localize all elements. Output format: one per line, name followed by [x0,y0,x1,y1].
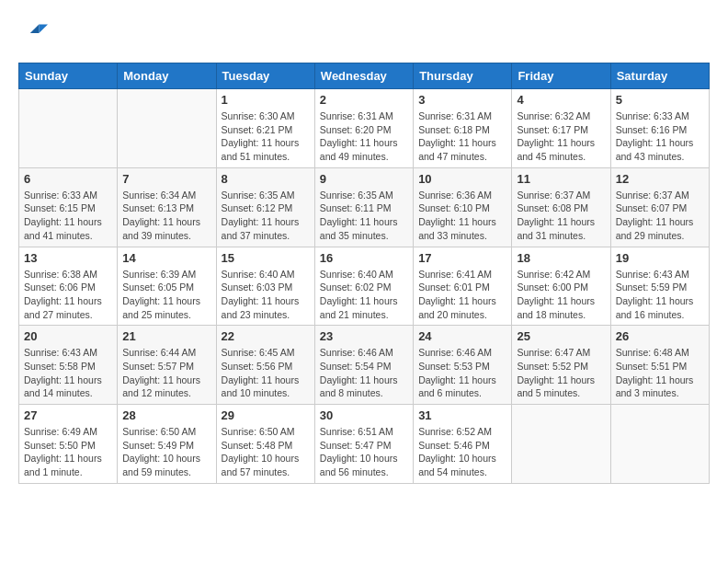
day-number: 27 [24,408,112,422]
day-info: Sunrise: 6:49 AM Sunset: 5:50 PM Dayligh… [24,425,112,479]
calendar-cell: 5Sunrise: 6:33 AM Sunset: 6:16 PM Daylig… [610,89,709,168]
day-number: 15 [222,251,310,265]
day-number: 31 [418,408,506,422]
calendar-cell: 30Sunrise: 6:51 AM Sunset: 5:47 PM Dayli… [314,405,413,484]
calendar-header-wednesday: Wednesday [314,63,413,89]
calendar-week-row: 27Sunrise: 6:49 AM Sunset: 5:50 PM Dayli… [19,405,710,484]
calendar-cell: 7Sunrise: 6:34 AM Sunset: 6:13 PM Daylig… [118,167,216,247]
day-info: Sunrise: 6:50 AM Sunset: 5:48 PM Dayligh… [222,425,310,479]
calendar-cell [610,405,709,484]
day-info: Sunrise: 6:34 AM Sunset: 6:13 PM Dayligh… [122,189,210,243]
page-header [18,18,710,48]
calendar-header-sunday: Sunday [19,63,118,89]
calendar-cell: 9Sunrise: 6:35 AM Sunset: 6:11 PM Daylig… [314,167,413,247]
day-info: Sunrise: 6:50 AM Sunset: 5:49 PM Dayligh… [122,425,210,479]
calendar-cell: 1Sunrise: 6:30 AM Sunset: 6:21 PM Daylig… [216,89,314,168]
day-info: Sunrise: 6:30 AM Sunset: 6:21 PM Dayligh… [222,109,310,164]
day-info: Sunrise: 6:43 AM Sunset: 5:59 PM Dayligh… [616,268,704,322]
calendar-header-saturday: Saturday [610,63,709,89]
calendar-cell: 10Sunrise: 6:36 AM Sunset: 6:10 PM Dayli… [414,167,512,247]
day-info: Sunrise: 6:35 AM Sunset: 6:12 PM Dayligh… [222,189,310,243]
calendar-cell: 4Sunrise: 6:32 AM Sunset: 6:17 PM Daylig… [512,89,610,168]
calendar-cell: 11Sunrise: 6:37 AM Sunset: 6:08 PM Dayli… [512,167,610,247]
day-number: 30 [320,408,408,422]
day-number: 5 [616,93,704,107]
calendar-cell: 26Sunrise: 6:48 AM Sunset: 5:51 PM Dayli… [610,326,709,405]
day-number: 9 [320,172,408,186]
calendar-cell: 20Sunrise: 6:43 AM Sunset: 5:58 PM Dayli… [19,326,118,405]
day-number: 12 [616,172,704,186]
calendar-cell: 18Sunrise: 6:42 AM Sunset: 6:00 PM Dayli… [512,247,610,326]
calendar-week-row: 1Sunrise: 6:30 AM Sunset: 6:21 PM Daylig… [19,89,710,168]
calendar-cell: 3Sunrise: 6:31 AM Sunset: 6:18 PM Daylig… [414,89,512,168]
day-number: 3 [418,93,506,107]
calendar-cell: 2Sunrise: 6:31 AM Sunset: 6:20 PM Daylig… [314,89,413,168]
day-info: Sunrise: 6:41 AM Sunset: 6:01 PM Dayligh… [418,268,506,322]
day-number: 10 [418,172,506,186]
day-number: 2 [320,93,408,107]
calendar-week-row: 13Sunrise: 6:38 AM Sunset: 6:06 PM Dayli… [19,247,710,326]
day-number: 11 [517,172,605,186]
calendar-cell [19,89,118,168]
calendar-cell [512,405,610,484]
calendar-cell: 22Sunrise: 6:45 AM Sunset: 5:56 PM Dayli… [216,326,314,405]
day-number: 19 [616,251,704,265]
calendar-cell [118,89,216,168]
day-number: 18 [517,251,605,265]
day-info: Sunrise: 6:32 AM Sunset: 6:17 PM Dayligh… [517,109,605,164]
calendar-cell: 24Sunrise: 6:46 AM Sunset: 5:53 PM Dayli… [414,326,512,405]
day-number: 26 [616,329,704,343]
calendar-cell: 6Sunrise: 6:33 AM Sunset: 6:15 PM Daylig… [19,167,118,247]
day-number: 16 [320,251,408,265]
calendar-cell: 21Sunrise: 6:44 AM Sunset: 5:57 PM Dayli… [118,326,216,405]
day-info: Sunrise: 6:45 AM Sunset: 5:56 PM Dayligh… [222,346,310,400]
day-number: 21 [122,329,210,343]
day-number: 17 [418,251,506,265]
calendar-header-row: SundayMondayTuesdayWednesdayThursdayFrid… [19,63,710,89]
svg-marker-1 [30,24,40,33]
calendar-header-friday: Friday [512,63,610,89]
day-info: Sunrise: 6:46 AM Sunset: 5:54 PM Dayligh… [320,346,408,400]
day-info: Sunrise: 6:40 AM Sunset: 6:03 PM Dayligh… [222,268,310,322]
day-info: Sunrise: 6:38 AM Sunset: 6:06 PM Dayligh… [24,268,112,322]
day-info: Sunrise: 6:48 AM Sunset: 5:51 PM Dayligh… [616,346,704,400]
day-info: Sunrise: 6:44 AM Sunset: 5:57 PM Dayligh… [122,346,210,400]
day-info: Sunrise: 6:52 AM Sunset: 5:46 PM Dayligh… [418,425,506,479]
day-info: Sunrise: 6:47 AM Sunset: 5:52 PM Dayligh… [517,346,605,400]
day-number: 24 [418,329,506,343]
day-number: 7 [122,172,210,186]
calendar-cell: 12Sunrise: 6:37 AM Sunset: 6:07 PM Dayli… [610,167,709,247]
calendar-cell: 13Sunrise: 6:38 AM Sunset: 6:06 PM Dayli… [19,247,118,326]
calendar-cell: 19Sunrise: 6:43 AM Sunset: 5:59 PM Dayli… [610,247,709,326]
calendar-cell: 8Sunrise: 6:35 AM Sunset: 6:12 PM Daylig… [216,167,314,247]
day-info: Sunrise: 6:46 AM Sunset: 5:53 PM Dayligh… [418,346,506,400]
day-info: Sunrise: 6:33 AM Sunset: 6:15 PM Dayligh… [24,189,112,243]
day-number: 22 [222,329,310,343]
day-info: Sunrise: 6:35 AM Sunset: 6:11 PM Dayligh… [320,189,408,243]
calendar-cell: 29Sunrise: 6:50 AM Sunset: 5:48 PM Dayli… [216,405,314,484]
calendar-cell: 16Sunrise: 6:40 AM Sunset: 6:02 PM Dayli… [314,247,413,326]
day-info: Sunrise: 6:37 AM Sunset: 6:08 PM Dayligh… [517,189,605,243]
day-info: Sunrise: 6:42 AM Sunset: 6:00 PM Dayligh… [517,268,605,322]
day-number: 20 [24,329,112,343]
day-info: Sunrise: 6:40 AM Sunset: 6:02 PM Dayligh… [320,268,408,322]
logo-icon [18,18,48,48]
day-number: 14 [122,251,210,265]
logo [18,18,51,48]
svg-marker-0 [39,24,48,33]
calendar-cell: 28Sunrise: 6:50 AM Sunset: 5:49 PM Dayli… [118,405,216,484]
day-number: 13 [24,251,112,265]
day-info: Sunrise: 6:37 AM Sunset: 6:07 PM Dayligh… [616,189,704,243]
day-info: Sunrise: 6:33 AM Sunset: 6:16 PM Dayligh… [616,109,704,164]
calendar-cell: 27Sunrise: 6:49 AM Sunset: 5:50 PM Dayli… [19,405,118,484]
day-number: 8 [222,172,310,186]
day-number: 23 [320,329,408,343]
calendar-header-tuesday: Tuesday [216,63,314,89]
day-info: Sunrise: 6:31 AM Sunset: 6:20 PM Dayligh… [320,109,408,164]
calendar-cell: 31Sunrise: 6:52 AM Sunset: 5:46 PM Dayli… [414,405,512,484]
day-info: Sunrise: 6:51 AM Sunset: 5:47 PM Dayligh… [320,425,408,479]
calendar-cell: 25Sunrise: 6:47 AM Sunset: 5:52 PM Dayli… [512,326,610,405]
calendar-table: SundayMondayTuesdayWednesdayThursdayFrid… [18,63,710,484]
day-number: 25 [517,329,605,343]
calendar-week-row: 6Sunrise: 6:33 AM Sunset: 6:15 PM Daylig… [19,167,710,247]
